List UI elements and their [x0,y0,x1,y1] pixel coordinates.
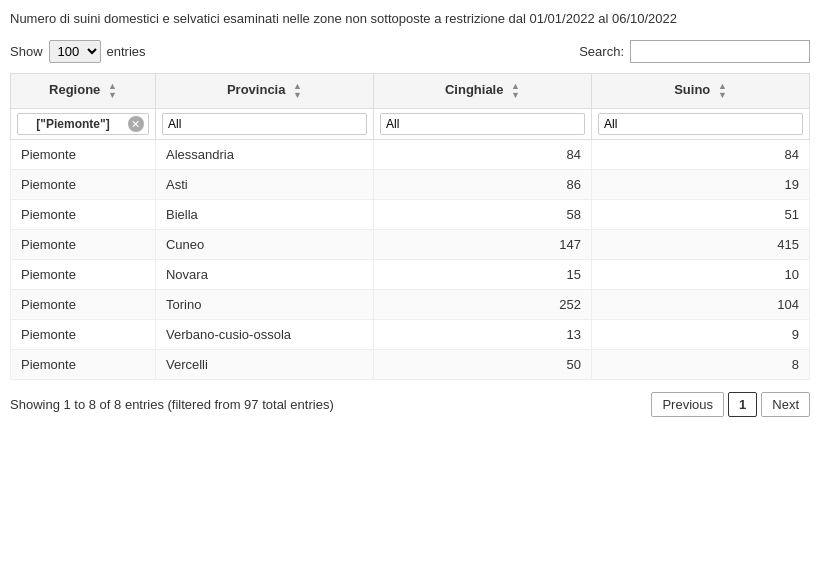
cell-cinghiale: 86 [373,170,591,200]
cell-suino: 8 [591,350,809,380]
entries-label: entries [107,44,146,59]
cell-cinghiale: 147 [373,230,591,260]
cell-cinghiale: 252 [373,290,591,320]
column-headers: Regione ▲▼ Provincia ▲▼ Cinghiale ▲▼ Sui… [11,74,810,109]
filter-regione: ["Piemonte"] ✕ [11,109,156,140]
cell-provincia: Vercelli [155,350,373,380]
search-input[interactable] [630,40,810,63]
suino-filter-input[interactable] [598,113,803,135]
filter-cinghiale [373,109,591,140]
cell-suino: 9 [591,320,809,350]
col-header-suino[interactable]: Suino ▲▼ [591,74,809,109]
show-label: Show [10,44,43,59]
cinghiale-filter-input[interactable] [380,113,585,135]
cell-suino: 10 [591,260,809,290]
cell-suino: 415 [591,230,809,260]
cell-regione: Piemonte [11,260,156,290]
regione-filter-wrapper: ["Piemonte"] ✕ [17,113,149,135]
table-body: PiemonteAlessandria8484PiemonteAsti8619P… [11,140,810,380]
cell-cinghiale: 84 [373,140,591,170]
col-header-cinghiale[interactable]: Cinghiale ▲▼ [373,74,591,109]
show-entries-control: Show 100 10 25 50 entries [10,40,146,63]
data-table: Regione ▲▼ Provincia ▲▼ Cinghiale ▲▼ Sui… [10,73,810,380]
cell-provincia: Alessandria [155,140,373,170]
previous-button[interactable]: Previous [651,392,724,417]
table-row: PiemonteNovara1510 [11,260,810,290]
filter-provincia [155,109,373,140]
regione-filter-value: ["Piemonte"] [22,117,124,131]
cell-regione: Piemonte [11,200,156,230]
search-label: Search: [579,44,624,59]
filter-row: ["Piemonte"] ✕ [11,109,810,140]
table-row: PiemonteCuneo147415 [11,230,810,260]
table-row: PiemonteAsti8619 [11,170,810,200]
table-row: PiemonteBiella5851 [11,200,810,230]
cell-provincia: Torino [155,290,373,320]
table-row: PiemonteTorino252104 [11,290,810,320]
cell-regione: Piemonte [11,290,156,320]
provincia-filter-input[interactable] [162,113,367,135]
cell-regione: Piemonte [11,170,156,200]
cell-suino: 19 [591,170,809,200]
table-row: PiemonteAlessandria8484 [11,140,810,170]
cell-regione: Piemonte [11,320,156,350]
page-1-button[interactable]: 1 [728,392,757,417]
cell-cinghiale: 50 [373,350,591,380]
cell-provincia: Asti [155,170,373,200]
sort-arrows-suino: ▲▼ [718,82,727,100]
col-header-provincia[interactable]: Provincia ▲▼ [155,74,373,109]
pagination: Previous 1 Next [651,392,810,417]
cell-provincia: Novara [155,260,373,290]
table-title: Numero di suini domestici e selvatici es… [10,10,790,28]
cell-provincia: Cuneo [155,230,373,260]
sort-arrows-cinghiale: ▲▼ [511,82,520,100]
cell-cinghiale: 13 [373,320,591,350]
controls-top: Show 100 10 25 50 entries Search: [10,40,810,63]
cell-regione: Piemonte [11,230,156,260]
cell-regione: Piemonte [11,350,156,380]
sort-arrows-provincia: ▲▼ [293,82,302,100]
next-button[interactable]: Next [761,392,810,417]
cell-provincia: Biella [155,200,373,230]
cell-provincia: Verbano-cusio-ossola [155,320,373,350]
cell-suino: 84 [591,140,809,170]
entries-select[interactable]: 100 10 25 50 [49,40,101,63]
regione-filter-clear-button[interactable]: ✕ [128,116,144,132]
cell-suino: 51 [591,200,809,230]
search-box: Search: [579,40,810,63]
controls-bottom: Showing 1 to 8 of 8 entries (filtered fr… [10,388,810,421]
table-row: PiemonteVercelli508 [11,350,810,380]
cell-suino: 104 [591,290,809,320]
table-row: PiemonteVerbano-cusio-ossola139 [11,320,810,350]
cell-regione: Piemonte [11,140,156,170]
cell-cinghiale: 58 [373,200,591,230]
filter-suino [591,109,809,140]
cell-cinghiale: 15 [373,260,591,290]
showing-info: Showing 1 to 8 of 8 entries (filtered fr… [10,397,334,412]
col-header-regione[interactable]: Regione ▲▼ [11,74,156,109]
sort-arrows-regione: ▲▼ [108,82,117,100]
